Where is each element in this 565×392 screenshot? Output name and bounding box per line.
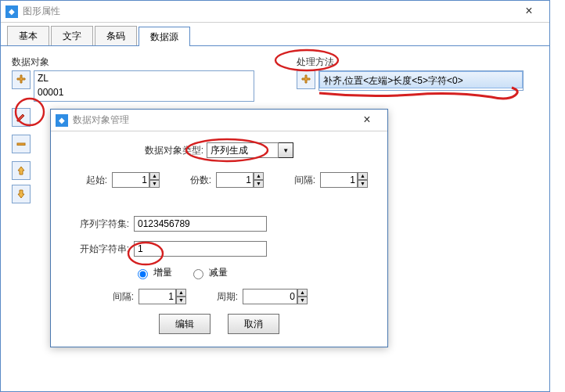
edit-object-button[interactable] bbox=[12, 108, 31, 127]
interval-input[interactable] bbox=[320, 172, 358, 188]
type-value[interactable] bbox=[207, 142, 279, 158]
startstr-input[interactable] bbox=[134, 241, 267, 257]
copies-spinner[interactable]: ▲▼ bbox=[254, 172, 264, 188]
data-object-list[interactable]: ZL 00001 bbox=[34, 70, 254, 102]
remove-object-button[interactable] bbox=[12, 135, 31, 153]
interval-spinner[interactable]: ▲▼ bbox=[358, 172, 368, 188]
method-list[interactable]: 补齐,位置<左端>长度<5>字符<0> bbox=[318, 70, 524, 91]
method-label: 处理方法 bbox=[297, 56, 524, 69]
type-combobox[interactable]: ▼ bbox=[207, 142, 293, 158]
tab-bar: 基本 文字 条码 数据源 bbox=[1, 26, 549, 46]
radio-decrement[interactable]: 减量 bbox=[189, 266, 228, 279]
period-label: 周期: bbox=[208, 290, 238, 304]
titlebar: ◆ 图形属性 × bbox=[1, 1, 549, 23]
tab-text[interactable]: 文字 bbox=[51, 26, 93, 45]
tab-barcode[interactable]: 条码 bbox=[95, 26, 137, 45]
interval-label: 间隔: bbox=[286, 174, 315, 187]
list-item[interactable]: 00001 bbox=[34, 85, 254, 99]
interval2-input[interactable] bbox=[139, 289, 176, 304]
charset-input[interactable] bbox=[134, 216, 267, 232]
dialog-title: 数据对象管理 bbox=[73, 113, 351, 127]
app-icon: ◆ bbox=[5, 5, 18, 18]
data-object-dialog: ◆ 数据对象管理 × 数据对象类型: ▼ 起始: ▲▼ 份数: ▲▼ 间隔: ▲… bbox=[50, 109, 388, 347]
dropdown-icon[interactable]: ▼ bbox=[279, 142, 293, 158]
start-input[interactable] bbox=[112, 172, 149, 188]
add-method-button[interactable] bbox=[297, 70, 315, 89]
dialog-icon: ◆ bbox=[56, 114, 68, 127]
interval2-label: 间隔: bbox=[104, 290, 134, 304]
list-item[interactable]: ZL bbox=[34, 71, 254, 85]
move-down-button[interactable] bbox=[12, 185, 31, 203]
list-item[interactable]: 补齐,位置<左端>长度<5>字符<0> bbox=[319, 71, 523, 88]
edit-button[interactable]: 编辑 bbox=[159, 314, 211, 334]
type-label: 数据对象类型: bbox=[145, 144, 203, 157]
interval2-spinner[interactable]: ▲▼ bbox=[176, 289, 186, 304]
tab-basic[interactable]: 基本 bbox=[7, 26, 49, 45]
add-object-button[interactable] bbox=[12, 70, 31, 89]
cancel-button[interactable]: 取消 bbox=[228, 314, 279, 334]
radio-increment[interactable]: 增量 bbox=[134, 266, 172, 279]
start-spinner[interactable]: ▲▼ bbox=[149, 172, 160, 188]
charset-label: 序列字符集: bbox=[68, 218, 129, 231]
move-up-button[interactable] bbox=[12, 161, 31, 180]
copies-input[interactable] bbox=[216, 172, 254, 188]
svg-rect-0 bbox=[17, 143, 25, 146]
close-button[interactable]: × bbox=[513, 2, 545, 21]
period-spinner[interactable]: ▲▼ bbox=[297, 289, 308, 304]
data-object-label: 数据对象 bbox=[12, 56, 254, 69]
dialog-close-button[interactable]: × bbox=[351, 111, 383, 130]
copies-label: 份数: bbox=[182, 174, 211, 187]
tab-datasource[interactable]: 数据源 bbox=[139, 27, 190, 46]
startstr-label: 开始字符串: bbox=[68, 243, 129, 256]
window-title: 图形属性 bbox=[23, 5, 513, 18]
start-label: 起始: bbox=[77, 174, 107, 187]
period-input[interactable] bbox=[243, 289, 297, 304]
